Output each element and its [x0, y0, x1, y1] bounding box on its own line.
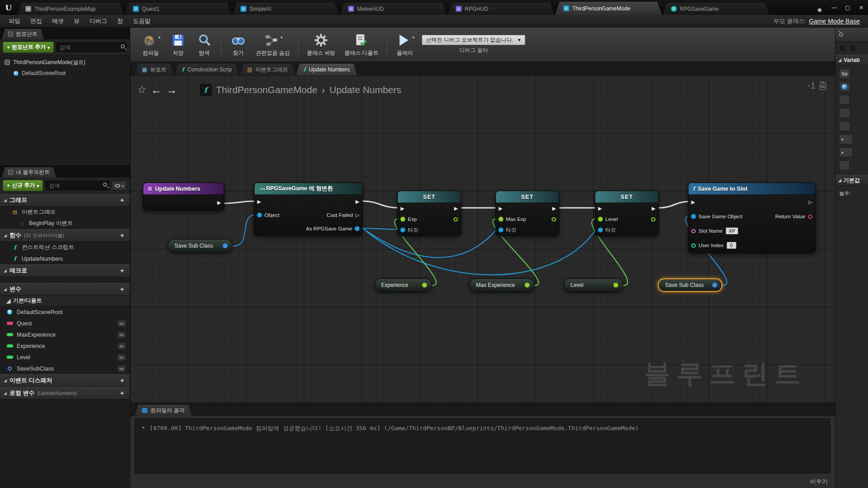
breadcrumb-root[interactable]: ThirdPersonGameMode	[216, 84, 317, 95]
subsection-기본/디폴트[interactable]: ◢기본/디폴트	[0, 296, 130, 306]
component-root-row[interactable]: ThirdPersonGameMode(셀프)	[0, 57, 130, 68]
menu-item-파일[interactable]: 파일	[4, 17, 25, 25]
favorite-star-icon[interactable]	[137, 84, 146, 96]
float-out-pin[interactable]	[613, 283, 618, 287]
doc-tab-이벤트그래프[interactable]: 이벤트그래프	[240, 64, 295, 75]
toolbar-button-browse[interactable]: 탐색	[191, 31, 217, 59]
window-tab-RPGHUD[interactable]: RPGHUD	[448, 3, 554, 15]
detail-button-2[interactable]	[839, 108, 850, 118]
window-tab-SimpleAI[interactable]: SimpleAI	[232, 3, 339, 15]
toolbar-button-play[interactable]: 플레이	[391, 31, 419, 59]
return-value-pin[interactable]	[808, 215, 812, 219]
exec-out-pin[interactable]	[552, 206, 556, 211]
exec-in-pin[interactable]	[691, 200, 695, 205]
minimize-button[interactable]: —	[827, 2, 841, 13]
save-sub-class-getter-selected[interactable]: Save Sub Class	[658, 278, 722, 292]
back-arrow-icon[interactable]	[151, 84, 162, 96]
class-out-pin[interactable]	[223, 244, 227, 248]
eye-toggle[interactable]	[117, 343, 126, 350]
filter-icon[interactable]	[839, 45, 846, 52]
value-in-pin[interactable]	[598, 217, 603, 221]
close-button[interactable]: ✕	[854, 2, 868, 13]
set-max-exp-node[interactable]: SET Max Exp 타깃	[495, 191, 559, 236]
window-tab-MeleeHUD[interactable]: MeleeHUD	[340, 3, 447, 15]
exec-out-pin[interactable]	[356, 199, 359, 204]
variable-Quest[interactable]: Quest	[0, 318, 130, 329]
add-new-button[interactable]: 신규 추가	[3, 180, 43, 191]
menu-item-에셋[interactable]: 에셋	[47, 17, 69, 25]
max-experience-getter[interactable]: Max Experience	[469, 278, 534, 292]
level-getter[interactable]: Level	[564, 278, 623, 292]
window-tab-RPGSaveGame[interactable]: RPGSaveGame	[663, 3, 769, 15]
exec-in-pin[interactable]	[598, 206, 602, 211]
eye-toggle[interactable]	[117, 320, 126, 327]
user-index-input[interactable]: 0	[726, 242, 736, 249]
exec-out-pin[interactable]	[809, 200, 812, 205]
components-search-input[interactable]	[56, 42, 127, 52]
float-out-pin[interactable]	[525, 283, 529, 287]
add-icon[interactable]: +	[118, 389, 126, 397]
as-rpgsavegame-pin[interactable]	[355, 226, 359, 231]
eye-toggle[interactable]	[117, 365, 126, 372]
variable-SaveSubClass[interactable]: SaveSubClass	[0, 363, 130, 374]
breadcrumb-current[interactable]: Update Numbers	[330, 84, 401, 95]
update-numbers-node[interactable]: Update Numbers	[143, 183, 224, 211]
variable-Level[interactable]: Level	[0, 352, 130, 363]
add-icon[interactable]: +	[118, 267, 126, 274]
exec-out-pin[interactable]	[652, 206, 656, 211]
target-pin[interactable]	[598, 228, 603, 232]
save-sub-class-getter[interactable]: Save Sub Class	[168, 239, 232, 253]
detail-button-4[interactable]	[839, 160, 850, 170]
value-out-pin[interactable]	[453, 217, 458, 221]
window-tab-Quest1[interactable]: Quest1	[125, 3, 231, 15]
cast-to-rpgsavegame-node[interactable]: RPGSaveGame 에 형변환 Object Cast Failed As	[254, 183, 363, 236]
forward-arrow-icon[interactable]	[166, 84, 177, 96]
editor-feedback-icon[interactable]: ◈	[812, 4, 827, 15]
toolbar-button-compile[interactable]: ?컴파일	[137, 31, 165, 59]
toolbar-button-defaults[interactable]: 클래스 디폴트	[340, 31, 383, 59]
clear-log-button[interactable]: 비우기	[810, 478, 828, 486]
toolbar-button-save[interactable]: 저장	[165, 31, 191, 59]
slot-name-input[interactable]: XP	[726, 227, 739, 235]
toolbar-button-find[interactable]: 찾기	[225, 31, 251, 59]
set-exp-node[interactable]: SET Exp 타깃	[397, 191, 461, 236]
menu-item-디버그[interactable]: 디버그	[85, 17, 112, 25]
menu-item-편집[interactable]: 편집	[25, 17, 47, 25]
debug-object-dropdown[interactable]: 선택된 디버그 오브젝트가 없습니다. ▼	[422, 35, 525, 45]
variable-Experience[interactable]: Experience	[0, 340, 130, 352]
variable-MaxExperience[interactable]: MaxExperience	[0, 329, 130, 340]
menu-item-뷰[interactable]: 뷰	[69, 17, 85, 25]
visibility-filter-button[interactable]	[112, 181, 127, 190]
window-tab-ThirdPersonGameMode[interactable]: ThirdPersonGameMode	[555, 2, 662, 15]
exec-out-pin[interactable]	[454, 206, 458, 211]
detail-button-1[interactable]	[839, 95, 850, 105]
exec-in-pin[interactable]	[499, 206, 502, 211]
section-함수[interactable]: ◢함수(31 오버라이더블)+	[0, 229, 130, 242]
target-pin[interactable]	[401, 228, 405, 232]
details-search-bar[interactable]	[835, 28, 868, 42]
component-child-row[interactable]: DefaultSceneRoot	[0, 68, 130, 79]
section-변수[interactable]: ◢변수+	[0, 283, 130, 296]
doc-tab-뷰포트[interactable]: 뷰포트	[135, 64, 174, 75]
detail-dropdown-1[interactable]	[839, 134, 853, 144]
section-로컬 변수[interactable]: ◢로컬 변수(UpdateNumbers)+	[0, 387, 130, 399]
save-button-small[interactable]: Sa	[839, 69, 850, 79]
compiler-log[interactable]: [0700.00] ThirdPersonGameMode 컴파일에 성공했습니…	[135, 418, 830, 474]
toolbar-button-hide[interactable]: 관련없음 숨김	[251, 31, 294, 59]
exec-in-pin[interactable]	[401, 206, 404, 211]
section-매크로[interactable]: ◢매크로+	[0, 264, 130, 277]
parent-class-link[interactable]: Game Mode Base	[809, 18, 860, 25]
blueprint-item-BeginPlay 이벤트[interactable]: BeginPlay 이벤트	[0, 218, 130, 229]
my-blueprint-search-input[interactable]	[45, 181, 109, 190]
slot-name-pin[interactable]	[691, 229, 696, 233]
variable-category-header[interactable]: ◢ Variab	[835, 55, 868, 66]
value-out-pin[interactable]	[651, 217, 656, 221]
object-pin[interactable]	[257, 213, 262, 217]
variable-type-icon[interactable]	[839, 82, 850, 92]
add-component-button[interactable]: 컴포넌트 추가	[3, 42, 54, 53]
value-in-pin[interactable]	[401, 217, 405, 221]
add-icon[interactable]: +	[118, 286, 126, 293]
save-game-to-slot-node[interactable]: Save Game to Slot Save Game Object Retur…	[688, 183, 816, 253]
settings-mini-icon[interactable]	[849, 45, 856, 52]
add-icon[interactable]: +	[118, 377, 126, 384]
